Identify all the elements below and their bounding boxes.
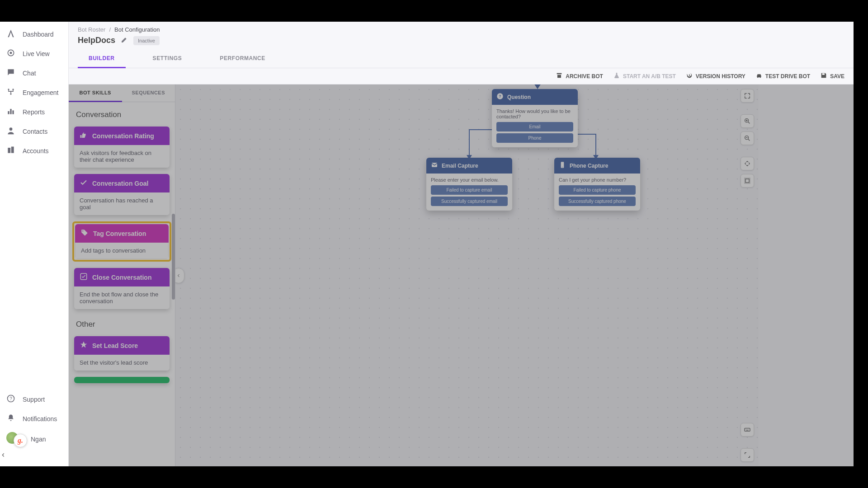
node-message: Please enter your email below. bbox=[431, 177, 508, 183]
svg-text:?: ? bbox=[499, 94, 501, 99]
node-outcome-ok[interactable]: Successfully captured phone bbox=[559, 197, 636, 206]
chat-icon bbox=[6, 68, 15, 78]
sidebar: Dashboard Live View Chat Engagement Repo… bbox=[0, 22, 69, 466]
tab-settings[interactable]: SETTINGS bbox=[142, 50, 193, 68]
zoom-in-button[interactable] bbox=[741, 114, 754, 128]
node-title: Question bbox=[507, 94, 531, 100]
version-history-button[interactable]: VERSION HISTORY bbox=[686, 72, 745, 80]
panel-scrollbar[interactable] bbox=[171, 101, 175, 466]
fit-view-button[interactable] bbox=[741, 157, 754, 170]
keyboard-button[interactable] bbox=[741, 423, 754, 436]
node-message: Can I get your phone number? bbox=[559, 177, 636, 183]
breadcrumb-current: Bot Configuration bbox=[114, 26, 160, 33]
bell-icon bbox=[6, 413, 15, 424]
person-icon bbox=[6, 126, 15, 136]
bar-chart-icon bbox=[6, 107, 15, 117]
node-outcome-fail[interactable]: Failed to capture phone bbox=[559, 185, 636, 195]
svg-point-14 bbox=[760, 77, 761, 78]
car-icon bbox=[755, 72, 763, 80]
svg-rect-15 bbox=[822, 73, 825, 75]
star-icon bbox=[80, 341, 88, 350]
sidebar-item-label: Live View bbox=[23, 50, 50, 57]
start-abtest-button[interactable]: START AN A/B TEST bbox=[613, 72, 676, 80]
skill-conversation-goal[interactable]: Conversation Goal Conversation has reach… bbox=[74, 174, 170, 215]
skill-title: Conversation Rating bbox=[92, 132, 154, 140]
node-title: Phone Capture bbox=[570, 163, 608, 169]
sidebar-item-contacts[interactable]: Contacts bbox=[0, 122, 68, 141]
help-icon: ? bbox=[6, 394, 15, 404]
sidebar-item-reports[interactable]: Reports bbox=[0, 102, 68, 122]
center-button[interactable] bbox=[741, 174, 754, 188]
target-icon bbox=[6, 48, 15, 59]
breadcrumb: Bot Roster / Bot Configuration bbox=[69, 22, 854, 33]
sidebar-item-label: Dashboard bbox=[23, 31, 54, 38]
svg-rect-7 bbox=[12, 110, 14, 114]
skill-conversation-rating[interactable]: Conversation Rating Ask visitors for fee… bbox=[74, 127, 170, 168]
user-menu[interactable]: g. Ngan bbox=[0, 428, 68, 450]
sidebar-item-label: Chat bbox=[23, 70, 36, 77]
flow-node-phone-capture[interactable]: Phone Capture Can I get your phone numbe… bbox=[554, 158, 640, 211]
action-label: TEST DRIVE BOT bbox=[765, 73, 810, 80]
sidebar-item-label: Accounts bbox=[23, 147, 49, 155]
flask-icon bbox=[613, 72, 620, 80]
skill-title: Close Conversation bbox=[92, 274, 151, 281]
expand-button[interactable] bbox=[741, 448, 754, 462]
tab-performance[interactable]: PERFORMANCE bbox=[209, 50, 276, 68]
avatar: g. bbox=[5, 431, 26, 447]
check-icon bbox=[80, 178, 88, 188]
fullscreen-button[interactable] bbox=[741, 89, 754, 103]
sidebar-item-notifications[interactable]: Notifications bbox=[0, 409, 68, 428]
logo-icon bbox=[6, 29, 15, 39]
action-label: ARCHIVE BOT bbox=[566, 73, 603, 80]
sidebar-item-label: Support bbox=[23, 396, 45, 403]
skill-set-lead-score[interactable]: Set Lead Score Set the visitor's lead sc… bbox=[74, 336, 170, 371]
skill-tag-conversation[interactable]: Tag Conversation Add tags to conversatio… bbox=[75, 224, 169, 259]
sidebar-item-accounts[interactable]: Accounts bbox=[0, 141, 68, 160]
flow-node-email-capture[interactable]: Email Capture Please enter your email be… bbox=[426, 158, 512, 211]
sidebar-item-engagement[interactable]: Engagement bbox=[0, 83, 68, 102]
action-label: SAVE bbox=[830, 73, 844, 80]
skill-close-conversation[interactable]: Close Conversation End the bot flow and … bbox=[74, 268, 170, 309]
save-button[interactable]: SAVE bbox=[820, 72, 844, 80]
phone-icon bbox=[559, 161, 566, 170]
node-outcome-ok[interactable]: Successfully captured email bbox=[431, 197, 508, 206]
svg-point-24 bbox=[562, 167, 562, 167]
sidebar-collapse-button[interactable] bbox=[0, 452, 68, 460]
config-tabs: BUILDER SETTINGS PERFORMANCE bbox=[69, 50, 854, 68]
history-icon bbox=[686, 72, 693, 80]
branch-icon bbox=[6, 87, 15, 98]
flow-canvas[interactable]: ? Question Thanks! How would you like to… bbox=[175, 84, 759, 466]
archive-bot-button[interactable]: ARCHIVE BOT bbox=[556, 72, 603, 80]
tab-bot-skills[interactable]: BOT SKILLS bbox=[69, 84, 122, 102]
node-option-phone[interactable]: Phone bbox=[496, 133, 573, 143]
breadcrumb-root[interactable]: Bot Roster bbox=[78, 26, 105, 33]
node-outcome-fail[interactable]: Failed to capture email bbox=[431, 185, 508, 195]
sidebar-item-support[interactable]: ? Support bbox=[0, 389, 68, 409]
sidebar-item-label: Engagement bbox=[23, 89, 58, 96]
edit-title-button[interactable] bbox=[121, 36, 128, 45]
breadcrumb-sep: / bbox=[109, 26, 111, 33]
thumbs-icon bbox=[80, 131, 88, 141]
svg-point-13 bbox=[757, 77, 759, 78]
building-icon bbox=[6, 145, 15, 156]
skill-next-peek[interactable] bbox=[74, 377, 170, 383]
svg-point-2 bbox=[8, 89, 9, 90]
skill-title: Tag Conversation bbox=[93, 230, 146, 237]
skill-desc: End the bot flow and close the conversat… bbox=[74, 286, 170, 309]
sidebar-item-label: Notifications bbox=[23, 415, 57, 422]
zoom-out-button[interactable] bbox=[741, 131, 754, 145]
node-option-email[interactable]: Email bbox=[496, 122, 573, 131]
action-label: VERSION HISTORY bbox=[696, 73, 745, 80]
sidebar-item-chat[interactable]: Chat bbox=[0, 63, 68, 83]
sidebar-item-liveview[interactable]: Live View bbox=[0, 44, 68, 63]
tab-builder[interactable]: BUILDER bbox=[78, 50, 126, 68]
svg-rect-5 bbox=[8, 111, 9, 114]
action-label: START AN A/B TEST bbox=[623, 73, 676, 80]
canvas-tool-rail-bottom bbox=[741, 423, 754, 462]
skill-desc: Ask visitors for feedback on their chat … bbox=[74, 145, 170, 168]
node-message: Thanks! How would you like to be contact… bbox=[496, 108, 573, 119]
sidebar-item-dashboard[interactable]: Dashboard bbox=[0, 24, 68, 44]
flow-node-question[interactable]: ? Question Thanks! How would you like to… bbox=[492, 89, 578, 147]
tab-sequences[interactable]: SEQUENCES bbox=[122, 84, 175, 102]
test-drive-button[interactable]: TEST DRIVE BOT bbox=[755, 72, 810, 80]
